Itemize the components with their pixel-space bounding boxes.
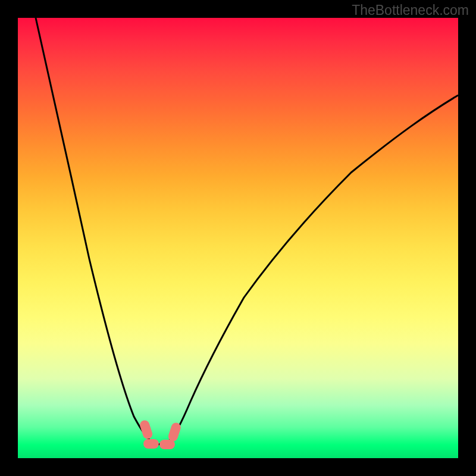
watermark-text: TheBottleneck.com — [352, 2, 469, 18]
right-trough-marker — [167, 421, 182, 442]
curve-svg — [18, 18, 458, 458]
plot-area — [18, 18, 458, 458]
bottleneck-curve — [36, 18, 458, 444]
bottom-left-marker — [143, 439, 159, 449]
